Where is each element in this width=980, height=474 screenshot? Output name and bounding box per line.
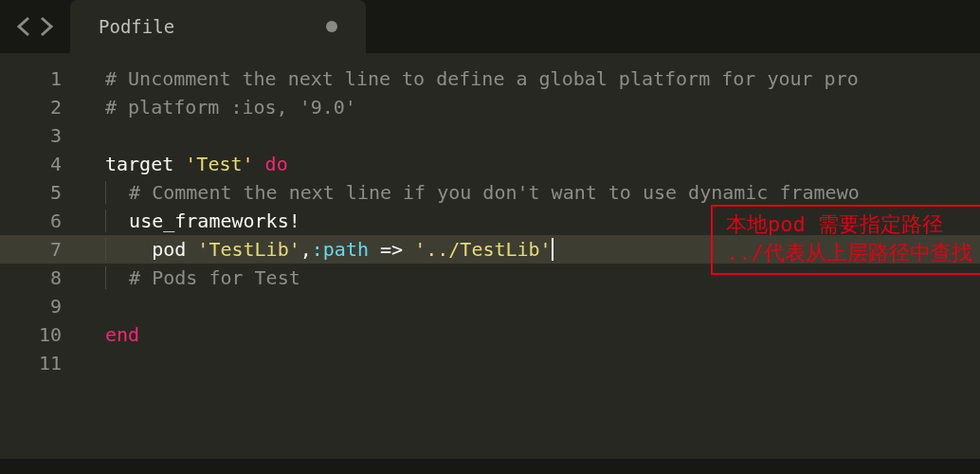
line-number: 3 <box>0 121 81 150</box>
line-number: 7 <box>0 235 81 264</box>
line-number: 11 <box>0 349 81 377</box>
line-number: 1 <box>0 64 81 93</box>
annotation-text: ../代表从上层路径中查找 <box>726 239 972 267</box>
code-area[interactable]: # Uncomment the next line to define a gl… <box>81 53 980 474</box>
code-line: end <box>81 320 980 349</box>
text-cursor <box>552 238 554 261</box>
nav-back-icon[interactable] <box>15 15 32 38</box>
code-line <box>81 349 980 377</box>
nav-arrows <box>0 15 70 38</box>
code-line <box>81 121 980 150</box>
top-bar: Podfile <box>0 0 980 53</box>
annotation-box: 本地pod 需要指定路径 ../代表从上层路径中查找 <box>711 205 980 275</box>
line-number-gutter: 1 2 3 4 5 6 7 8 9 10 11 <box>0 53 81 474</box>
editor: 1 2 3 4 5 6 7 8 9 10 11 # Uncomment the … <box>0 53 980 474</box>
line-number: 2 <box>0 93 81 121</box>
file-tab[interactable]: Podfile <box>70 0 366 53</box>
line-number: 9 <box>0 292 81 320</box>
code-line: target 'Test' do <box>81 150 980 178</box>
annotation-text: 本地pod 需要指定路径 <box>726 210 972 239</box>
line-number: 5 <box>0 178 81 207</box>
code-line: # Comment the next line if you don't wan… <box>81 178 980 207</box>
line-number: 10 <box>0 320 81 349</box>
line-number: 6 <box>0 207 81 235</box>
line-number: 4 <box>0 150 81 178</box>
line-number: 8 <box>0 264 81 292</box>
code-line: # platform :ios, '9.0' <box>81 93 980 121</box>
unsaved-indicator-icon <box>326 21 337 32</box>
code-line <box>81 292 980 320</box>
code-line: # Uncomment the next line to define a gl… <box>81 64 980 93</box>
tab-title: Podfile <box>99 16 174 37</box>
bottom-bar <box>0 459 980 474</box>
nav-forward-icon[interactable] <box>38 15 55 38</box>
